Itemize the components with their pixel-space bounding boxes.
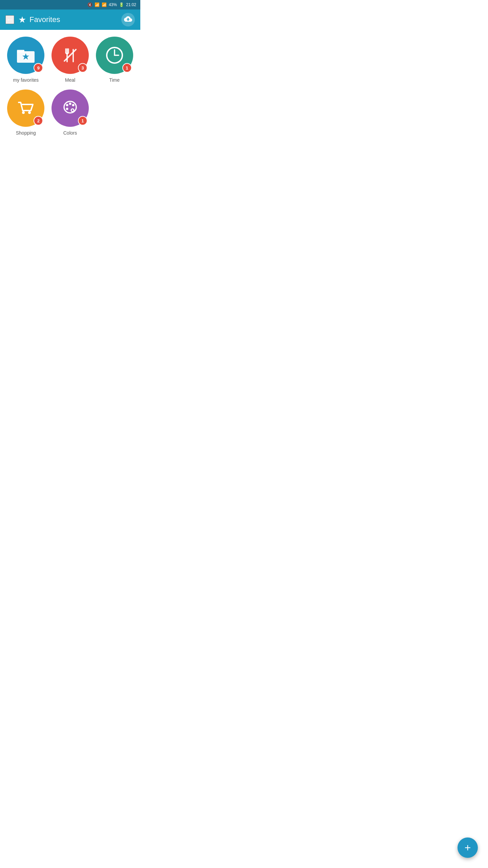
palette-icon <box>60 98 80 118</box>
battery-text: 43% <box>109 2 117 7</box>
meal-label: Meal <box>65 77 75 83</box>
shopping-container: 2 <box>7 90 44 127</box>
time-container: 1 <box>96 37 133 74</box>
colors-label: Colors <box>63 130 77 136</box>
svg-rect-1 <box>17 50 24 53</box>
svg-point-17 <box>72 104 74 106</box>
colors-badge: 1 <box>78 116 87 125</box>
meal-container: 3 <box>52 37 89 74</box>
download-button[interactable] <box>121 13 135 26</box>
time-text: 21:02 <box>126 2 136 7</box>
svg-point-15 <box>66 104 68 106</box>
shopping-badge: 2 <box>34 116 43 125</box>
cutlery-icon <box>61 46 79 64</box>
status-bar: 🔇 📶 📶 43% 🔋 21:02 <box>0 0 140 9</box>
category-grid-row2: 2 Shopping <box>5 90 135 136</box>
svg-point-18 <box>66 108 68 110</box>
my-favorites-label: my favorites <box>13 77 39 83</box>
shopping-label: Shopping <box>16 130 36 136</box>
my-favorites-container: 9 <box>7 37 44 74</box>
svg-point-16 <box>69 103 71 105</box>
category-meal[interactable]: 3 Meal <box>50 37 91 83</box>
meal-badge: 3 <box>78 63 87 73</box>
wifi-icon: 📶 <box>95 2 100 7</box>
app-bar: ← ★ Favorites <box>0 9 140 30</box>
battery-icon: 🔋 <box>119 2 124 7</box>
category-my-favorites[interactable]: 9 my favorites <box>5 37 46 83</box>
svg-point-19 <box>71 109 74 112</box>
empty-cell <box>94 90 135 136</box>
back-button[interactable]: ← <box>5 15 14 24</box>
download-icon <box>124 15 132 25</box>
mute-icon: 🔇 <box>87 2 93 7</box>
signal-icon: 📶 <box>102 2 107 7</box>
cart-icon <box>16 98 36 118</box>
category-colors[interactable]: 1 Colors <box>50 90 91 136</box>
category-grid-row1: 9 my favorites <box>5 37 135 83</box>
time-badge: 1 <box>122 63 132 73</box>
my-favorites-badge: 9 <box>34 63 43 73</box>
folder-star-icon <box>16 48 35 63</box>
category-shopping[interactable]: 2 Shopping <box>5 90 46 136</box>
clock-icon <box>104 45 125 65</box>
content-area: 9 my favorites <box>0 30 140 142</box>
page-title: Favorites <box>29 15 60 24</box>
svg-point-13 <box>28 111 31 114</box>
category-time[interactable]: 1 Time <box>94 37 135 83</box>
colors-container: 1 <box>52 90 89 127</box>
svg-point-12 <box>22 111 25 114</box>
time-label: Time <box>109 77 120 83</box>
favorites-star-icon: ★ <box>18 15 26 25</box>
